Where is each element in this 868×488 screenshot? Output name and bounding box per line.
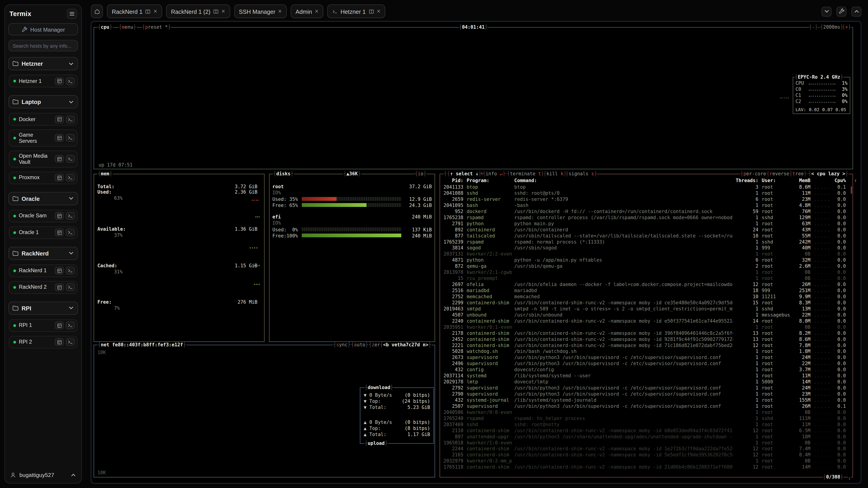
tab-close-button[interactable]: × (153, 8, 157, 14)
host-server-button[interactable] (55, 212, 64, 220)
process-row[interactable]: 877tailscaled/usr/sbin/tailscaled --stat… (442, 232, 846, 238)
tab-admin[interactable]: Admin× (291, 4, 323, 18)
process-row[interactable]: 892containerd/usr/bin/containerd24root43… (442, 226, 846, 232)
host-item-rpi-1[interactable]: RPI 1 (9, 319, 78, 332)
tab-split-button[interactable] (145, 8, 151, 14)
terminal-pane[interactable]: cpu menu preset * 04:01:41 - 2000ms + up… (91, 21, 862, 484)
process-row[interactable]: 2041088sshdsshd: root@pts/01root11M.....… (442, 190, 846, 196)
process-row[interactable]: 2032979kworker/0:2-mm_p1root0B.....0.0 (442, 457, 846, 464)
proc-terminate-hint[interactable]: terminate t (506, 171, 545, 177)
proc-select-hint[interactable]: ↑ select ↓ (447, 171, 482, 177)
host-server-button[interactable] (55, 322, 64, 329)
host-search-input[interactable] (8, 40, 78, 51)
proc-tree-toggle[interactable]: tree (789, 171, 807, 177)
host-terminal-button[interactable] (66, 322, 74, 329)
host-server-button[interactable] (55, 338, 64, 346)
host-server-button[interactable] (55, 267, 64, 274)
proc-info-hint[interactable]: info ↵ (482, 171, 506, 177)
tabs-dropdown-button[interactable] (822, 6, 831, 16)
tab-close-button[interactable]: × (221, 8, 225, 14)
host-terminal-button[interactable] (66, 77, 74, 85)
host-server-button[interactable] (55, 283, 64, 291)
proc-reverse-toggle[interactable]: reverse (766, 171, 793, 177)
menu-button[interactable]: menu (119, 24, 136, 31)
host-terminal-button[interactable] (66, 174, 74, 182)
process-row[interactable]: 1765118containerd-shim/usr/bin/container… (442, 464, 846, 470)
process-row[interactable]: 897unattended-upgr/usr/bin/python3 /usr/… (442, 433, 846, 440)
host-item-oracle-1[interactable]: Oracle 1 (9, 226, 78, 239)
process-row[interactable]: 2019463smtpdsmtpd -n 589 -t inet -u -o s… (442, 305, 846, 312)
group-header-rpi[interactable]: RPI (8, 301, 78, 315)
process-row[interactable]: 5028watchdog.sh/bin/bash /watchdog.sh1ro… (442, 348, 846, 354)
group-header-hetzner[interactable]: Hetzner (8, 57, 78, 70)
process-row[interactable]: 2791pythonpython main.py1root63M.....0.0 (442, 220, 846, 226)
collapse-tabbar-button[interactable] (851, 6, 862, 16)
tab-split-button[interactable] (213, 8, 219, 14)
process-row[interactable]: 2452containerd-shim/usr/bin/containerd-s… (442, 336, 846, 342)
process-row[interactable]: 2790supervisord/usr/bin/python3 /usr/bin… (442, 391, 846, 397)
process-row[interactable]: 2040586kworker/0:0-even1root0B.....0.0 (442, 409, 846, 415)
proc-kill-hint[interactable]: kill k (543, 171, 567, 177)
process-row[interactable]: 4871pythonpython -u /app/main.py nftable… (442, 257, 846, 263)
sidebar-menu-button[interactable] (67, 9, 77, 19)
host-terminal-button[interactable] (66, 229, 74, 236)
host-server-button[interactable] (55, 134, 64, 142)
process-row[interactable]: 2792supervisord/usr/bin/python3 /usr/bin… (442, 385, 846, 391)
proc-scrollbar[interactable] (851, 186, 852, 194)
process-row[interactable]: 1765240rspamdrspamd: hs_helper process1s… (442, 415, 846, 421)
host-terminal-button[interactable] (66, 212, 74, 220)
host-item-racknerd-1[interactable]: RackNerd 1 (9, 264, 78, 277)
process-row[interactable]: 2178containerd-shim/usr/bin/containerd-s… (442, 330, 846, 336)
host-server-button[interactable] (55, 229, 64, 236)
tab-racknerd-1-2[interactable]: RackNerd 1 (2)× (166, 4, 230, 18)
process-row[interactable]: 2516mariadbdmariadbd18999251M.....0.0 (442, 287, 846, 293)
host-item-oracle-sam[interactable]: Oracle Sam (9, 209, 78, 222)
host-terminal-button[interactable] (66, 134, 74, 142)
process-row[interactable]: 2659redis-serverredis-server *:63796root… (442, 196, 846, 202)
host-terminal-button[interactable] (66, 155, 74, 163)
process-row[interactable]: 2013978kworker/2:1-cgwb1root0B.....0.0 (442, 269, 846, 275)
process-row[interactable]: 15rcu_preempt1root0B.....0.0 (442, 275, 846, 281)
host-server-button[interactable] (55, 116, 64, 123)
group-header-oracle[interactable]: Oracle (8, 192, 78, 205)
process-row[interactable]: 2752memcachedmemcached10112119.9M.....0.… (442, 293, 846, 299)
tab-close-button[interactable]: × (315, 8, 318, 14)
process-row[interactable]: 2697ofelia/usr/bin/ofelia daemon --docke… (442, 281, 846, 287)
process-row[interactable]: 2507supervisord/usr/bin/python3 /usr/bin… (442, 403, 846, 409)
host-server-button[interactable] (55, 174, 64, 182)
process-row[interactable]: 432configdovecot/config1root3.7M.....0.0 (442, 366, 846, 372)
process-row[interactable]: 2110containerd-shim/usr/bin/containerd-s… (442, 427, 846, 433)
process-row[interactable]: 952dockerd/usr/bin/dockerd -H fd:// --co… (442, 208, 846, 214)
host-item-hetzner-1[interactable]: Hetzner 1 (9, 75, 78, 88)
process-row[interactable]: 2029178lmtpdovecot/lmtp1500014M.....0.0 (442, 379, 846, 385)
tab-racknerd-1[interactable]: RackNerd 1× (107, 4, 162, 18)
proc-per-core-toggle[interactable]: per-core (740, 171, 770, 177)
host-terminal-button[interactable] (66, 283, 74, 291)
host-item-docker[interactable]: Docker (9, 113, 78, 126)
process-row[interactable]: 2673supervisord/usr/bin/python3 /usr/bin… (442, 354, 846, 360)
process-row[interactable]: 2037131kworker/2:2-even1root0B.....0.0 (442, 251, 846, 257)
host-item-open-media-vault[interactable]: Open Media Vault (9, 151, 78, 167)
process-row[interactable]: 4507unbound/usr/sbin/unbound1messagebus2… (442, 312, 846, 318)
process-row[interactable]: 2496supervisord/usr/bin/python3 /usr/bin… (442, 360, 846, 366)
host-terminal-button[interactable] (66, 267, 74, 274)
tab-hetzner-1[interactable]: Hetzner 1× (327, 4, 385, 18)
host-item-proxmox[interactable]: Proxmox (9, 171, 78, 184)
tab-close-button[interactable]: × (278, 8, 282, 14)
process-row[interactable]: 3814sogod/usr/sbin/sogod199940M.....0.0 (442, 245, 846, 251)
interval-increase-button[interactable]: + (842, 24, 851, 31)
host-server-button[interactable] (55, 155, 64, 163)
group-header-laptop[interactable]: Laptop (8, 95, 78, 108)
group-header-racknerd[interactable]: RackNerd (8, 247, 78, 260)
process-row[interactable]: 2037469sshdsshd: root@notty1root11M.....… (442, 421, 846, 427)
host-item-game-servers[interactable]: Game Servers (9, 129, 78, 147)
process-row[interactable]: 1765238rspamdrspamd: controller process … (442, 214, 846, 220)
process-row[interactable]: 872qemu-ga/usr/sbin/qemu-ga2root2.6M....… (442, 263, 846, 269)
process-row[interactable]: 432systemd-journal/lib/systemd/systemd-j… (442, 397, 846, 403)
process-row[interactable]: 2299containerd-shim/usr/bin/containerd-s… (442, 299, 846, 305)
process-row[interactable]: 2240containerd-shim/usr/bin/containerd-s… (442, 318, 846, 324)
process-row[interactable]: 1765239rspamdrspamd: normal process (*:1… (442, 238, 846, 245)
process-row[interactable]: 1965018kworker/1:0-even1root0B.....0.0 (442, 439, 846, 445)
process-row[interactable]: 2035951kworker/0:1-even1root0B.....0.0 (442, 324, 846, 330)
preset-button[interactable]: preset * (142, 24, 171, 31)
